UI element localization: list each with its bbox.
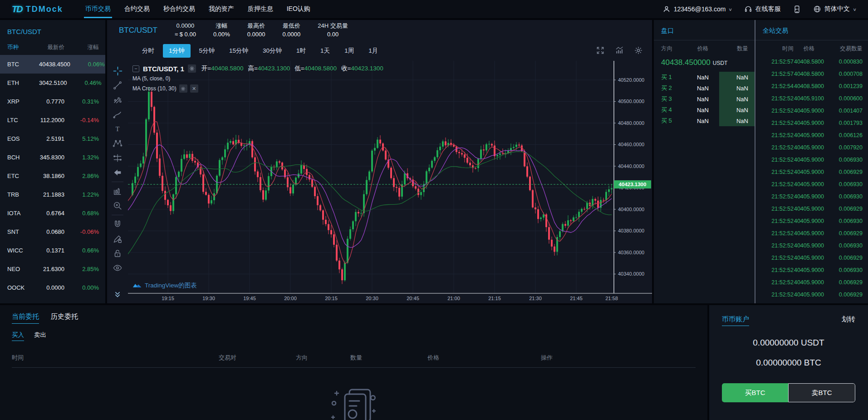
chevron-down-icon: ∨ [729,7,733,11]
language-selector[interactable]: 简体中文 ∨ [813,5,856,13]
orders-side-tab[interactable]: 卖出 [34,331,46,341]
trade-row: 21:52:5240405.91000.000600 [755,92,868,104]
drawing-lock-icon[interactable] [110,232,125,246]
orders-side-tab[interactable]: 买入 [12,331,24,341]
chart-stat: 最低价0.0000 [283,22,301,39]
coin-price: 0.1371 [39,247,69,254]
lock-all-icon[interactable] [110,246,125,261]
legend-settings-gear-icon[interactable] [188,64,196,73]
logo[interactable]: TD TDMock [12,4,63,15]
long-short-position-icon[interactable] [110,151,125,165]
indicators-icon[interactable] [615,46,624,56]
chevron-down-icon: ∨ [853,7,857,11]
main-nav: 币币交易合约交易秒合约交易我的资产质押生息IEO认购 [78,0,317,18]
chart-canvas[interactable]: 40520.000040500.000040480.000040460.0000… [128,61,652,303]
col-change: 涨幅 [69,44,99,51]
account-menu[interactable]: 123456@163.com ∨ [662,5,732,13]
ma-close-icon[interactable]: ✕ [190,84,198,93]
fullscreen-icon[interactable] [596,46,605,56]
nav-item[interactable]: 质押生息 [241,0,280,18]
orderbook-header: 方向 价格 数量 [654,40,755,55]
orders-col-header: 操作 [541,354,553,362]
trade-row: 21:52:5240405.90000.001407 [755,104,868,117]
crosshair-icon[interactable] [110,64,125,78]
timeframe-button[interactable]: 1时 [290,44,312,58]
zoom-in-icon[interactable] [110,198,125,213]
logo-icon: TD [12,4,22,15]
trade-row: 21:52:5240405.90000.007920 [755,141,868,153]
coin-row[interactable]: NEO21.63002.85% [0,260,105,278]
settings-gear-icon[interactable] [634,46,643,56]
xabcd-pattern-icon[interactable] [110,136,125,151]
orderbook-row[interactable]: 买 5NaNNaN [654,115,755,126]
ma-settings-gear-icon[interactable] [179,84,187,93]
coin-row[interactable]: OOCK0.00000.00% [0,278,105,297]
transfer-link[interactable]: 划转 [842,315,855,324]
trend-line-icon[interactable] [110,78,125,93]
trade-row: 21:52:5240405.90000.001793 [755,117,868,129]
coin-row[interactable]: XRP0.77700.31% [0,92,105,111]
nav-item[interactable]: 合约交易 [118,0,157,18]
nav-item[interactable]: 币币交易 [78,0,118,18]
timeframe-button[interactable]: 1月 [363,44,384,58]
coin-price: 0.0680 [39,228,69,235]
forecast-bars-icon[interactable] [110,184,125,198]
arrow-marker-icon[interactable] [110,165,125,180]
timeframe-button[interactable]: 1天 [314,44,336,58]
svg-text:40500.0000: 40500.0000 [618,99,644,104]
online-support[interactable]: 在线客服 [744,5,781,13]
coin-row[interactable]: EOS2.51915.12% [0,129,105,148]
coin-row[interactable]: ETH3042.51000.46% [0,74,105,92]
timeframe-button[interactable]: 分时 [136,44,160,58]
nav-item[interactable]: 我的资产 [202,0,241,18]
account-tab-spot[interactable]: 币币账户 [722,315,749,326]
magnet-icon[interactable] [110,217,125,232]
timeframe-button[interactable]: 1周 [338,44,360,58]
coin-row[interactable]: WICC0.13710.66% [0,241,105,260]
timeframe-button[interactable]: 30分钟 [257,44,288,58]
svg-text:21:45: 21:45 [570,296,583,301]
coin-price: 0.6764 [39,210,69,217]
coin-row[interactable]: ETC38.18602.86% [0,167,105,185]
trade-row: 21:52:5740408.58000.000830 [755,55,868,68]
orderbook-row[interactable]: 买 4NaNNaN [654,104,755,115]
legend-collapse-button[interactable]: − [132,65,139,72]
coin-change: 0.46% [71,79,101,86]
coin-row[interactable]: IOTA0.67640.68% [0,204,105,222]
coin-row[interactable]: BCH345.83001.32% [0,148,105,167]
coin-price: 2.5191 [39,135,69,142]
chart-stats: 涨幅0.00%最高价0.0000最低价0.000024H 交易量0.00 [213,22,348,39]
timeframe-button[interactable]: 1分钟 [163,44,191,58]
timeframe-button[interactable]: 15分钟 [223,44,254,58]
coin-row[interactable]: TRB21.18831.22% [0,185,105,204]
orderbook-rows: 买 1NaNNaN买 2NaNNaN买 3NaNNaN买 4NaNNaN买 5N… [654,72,755,126]
text-tool-icon[interactable]: T [110,122,125,136]
coin-row[interactable]: BTC40438.45000.06% [0,55,105,74]
coin-symbol: ETC [7,173,39,179]
orderbook-row[interactable]: 买 2NaNNaN [654,83,755,94]
buy-btc-button[interactable]: 买BTC [722,383,788,402]
chart-header: BTC/USDT 0.0000 ≈ $ 0.00 涨幅0.00%最高价0.000… [107,20,652,41]
orders-tab[interactable]: 历史委托 [51,312,78,324]
tradingview-attribution[interactable]: TradingView的图表 [132,282,197,290]
sell-btc-button[interactable]: 卖BTC [788,383,855,402]
nav-item[interactable]: IEO认购 [280,0,317,18]
orders-tab[interactable]: 当前委托 [12,312,39,324]
coin-row[interactable]: SNT0.0680-0.06% [0,222,105,241]
orderbook-row[interactable]: 买 3NaNNaN [654,94,755,104]
app-download[interactable]: APP [793,5,801,14]
coin-row[interactable]: LTC112.2000-0.14% [0,111,105,129]
coin-symbol: BCH [7,154,39,161]
brush-icon[interactable] [110,107,125,122]
nav-item[interactable]: 秒合约交易 [157,0,202,18]
pitchfork-icon[interactable] [110,93,125,107]
orderbook-row[interactable]: 买 1NaNNaN [654,72,755,83]
hide-drawings-icon[interactable] [110,261,125,275]
orders-col-header: 方向 [296,354,350,362]
coin-price: 21.6300 [39,266,69,272]
collapse-toolbar-icon[interactable] [110,287,125,301]
coin-symbol: LTC [7,117,39,124]
timeframe-button[interactable]: 5分钟 [193,44,221,58]
usdt-balance: 0.00000000 USDT [722,338,855,348]
col-last-price: 最新价 [39,44,69,51]
